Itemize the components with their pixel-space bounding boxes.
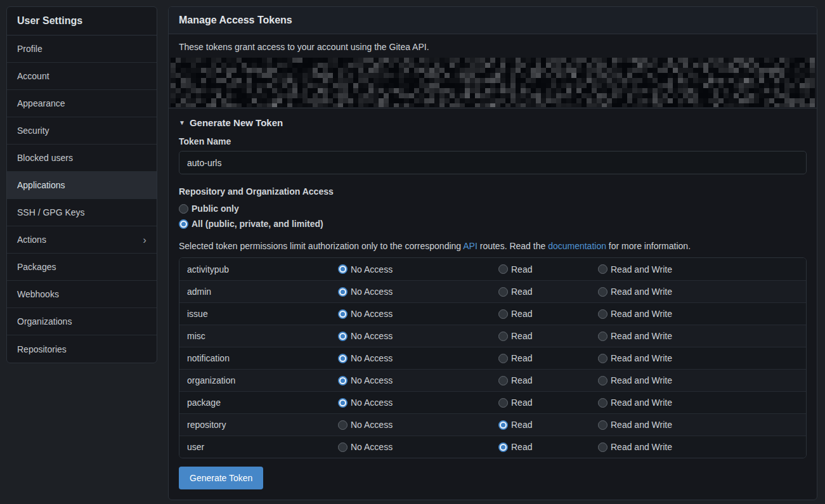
perm-activitypub-read-and-write-label: Read and Write bbox=[611, 264, 672, 275]
radio-checked-icon[interactable] bbox=[338, 398, 348, 408]
sidebar-item-packages[interactable]: Packages› bbox=[7, 254, 157, 281]
radio-checked-icon[interactable] bbox=[179, 219, 188, 229]
permission-scope-name: organization bbox=[179, 375, 338, 385]
perm-organization-read[interactable]: Read bbox=[498, 373, 532, 388]
radio-checked-icon[interactable] bbox=[338, 376, 348, 385]
radio-unchecked-icon[interactable] bbox=[179, 204, 188, 214]
perm-activitypub-no-access[interactable]: No Access bbox=[338, 262, 393, 277]
perm-issue-read-and-write[interactable]: Read and Write bbox=[598, 306, 672, 321]
perm-misc-no-access[interactable]: No Access bbox=[338, 328, 393, 344]
radio-unchecked-icon[interactable] bbox=[498, 309, 508, 319]
perm-admin-read-and-write[interactable]: Read and Write bbox=[598, 284, 672, 299]
perm-user-read-and-write[interactable]: Read and Write bbox=[598, 439, 672, 455]
perm-admin-read[interactable]: Read bbox=[498, 284, 532, 299]
generate-new-token-summary[interactable]: ▼ Generate New Token bbox=[179, 117, 283, 128]
radio-unchecked-icon[interactable] bbox=[498, 398, 508, 408]
permission-scope-name: package bbox=[179, 397, 338, 408]
radio-unchecked-icon[interactable] bbox=[598, 354, 607, 363]
sidebar-title: User Settings bbox=[7, 7, 157, 36]
radio-checked-icon[interactable] bbox=[338, 309, 348, 319]
radio-unchecked-icon[interactable] bbox=[598, 398, 607, 408]
perm-repository-read-and-write[interactable]: Read and Write bbox=[598, 417, 672, 432]
token-name-input[interactable] bbox=[179, 151, 807, 174]
perm-package-read-and-write[interactable]: Read and Write bbox=[598, 395, 672, 410]
perm-admin-no-access[interactable]: No Access bbox=[338, 284, 393, 299]
radio-checked-icon[interactable] bbox=[338, 264, 348, 274]
perm-activitypub-read[interactable]: Read bbox=[498, 262, 532, 277]
sidebar-item-security[interactable]: Security› bbox=[7, 117, 157, 145]
radio-unchecked-icon[interactable] bbox=[498, 376, 508, 385]
radio-unchecked-icon[interactable] bbox=[598, 264, 607, 274]
sidebar-item-appearance[interactable]: Appearance› bbox=[7, 90, 157, 117]
perm-notification-read-and-write[interactable]: Read and Write bbox=[598, 351, 672, 366]
perm-repository-no-access[interactable]: No Access bbox=[338, 417, 393, 432]
perm-organization-no-access[interactable]: No Access bbox=[338, 373, 393, 388]
perm-organization-read-and-write[interactable]: Read and Write bbox=[598, 373, 672, 388]
redaction-pixelation bbox=[171, 58, 815, 107]
api-link[interactable]: API bbox=[463, 241, 477, 251]
perm-activitypub-no-access-label: No Access bbox=[351, 264, 393, 275]
generate-token-button[interactable]: Generate Token bbox=[179, 467, 263, 489]
perm-notification-read[interactable]: Read bbox=[498, 351, 532, 366]
permission-row-issue: issueNo AccessReadRead and Write bbox=[179, 302, 806, 325]
perm-repository-read-and-write-label: Read and Write bbox=[611, 420, 672, 430]
perm-activitypub-read-and-write[interactable]: Read and Write bbox=[598, 262, 672, 277]
radio-unchecked-icon[interactable] bbox=[498, 354, 508, 363]
permissions-note: Selected token permissions limit authori… bbox=[179, 241, 807, 251]
note-text: for more information. bbox=[606, 241, 691, 251]
radio-checked-icon[interactable] bbox=[498, 443, 508, 452]
sidebar-item-label: Blocked users bbox=[17, 153, 73, 163]
documentation-link[interactable]: documentation bbox=[548, 241, 606, 251]
perm-package-no-access[interactable]: No Access bbox=[338, 395, 393, 410]
perm-notification-no-access[interactable]: No Access bbox=[338, 351, 393, 366]
sidebar-item-webhooks[interactable]: Webhooks› bbox=[7, 281, 157, 308]
sidebar-item-ssh-gpg-keys[interactable]: SSH / GPG Keys› bbox=[7, 199, 157, 226]
note-text: routes. Read the bbox=[477, 241, 548, 251]
perm-package-no-access-label: No Access bbox=[351, 397, 393, 408]
radio-unchecked-icon[interactable] bbox=[498, 264, 508, 274]
panel-title: Manage Access Tokens bbox=[169, 7, 817, 34]
radio-unchecked-icon[interactable] bbox=[598, 420, 607, 430]
radio-unchecked-icon[interactable] bbox=[598, 376, 607, 385]
scope-option-public-only[interactable]: Public only bbox=[179, 201, 239, 216]
permission-scope-name: admin bbox=[179, 287, 338, 297]
perm-admin-no-access-label: No Access bbox=[351, 287, 393, 297]
sidebar-item-repositories[interactable]: Repositories› bbox=[7, 335, 157, 363]
radio-unchecked-icon[interactable] bbox=[498, 287, 508, 297]
sidebar-item-account[interactable]: Account› bbox=[7, 63, 157, 90]
perm-repository-read[interactable]: Read bbox=[498, 417, 532, 432]
perm-misc-read[interactable]: Read bbox=[498, 328, 532, 344]
scope-option-all-public-private-and-limited[interactable]: All (public, private, and limited) bbox=[179, 216, 323, 231]
radio-dot bbox=[341, 356, 345, 361]
generate-new-token-title: Generate New Token bbox=[190, 117, 283, 128]
radio-unchecked-icon[interactable] bbox=[338, 420, 348, 430]
sidebar-item-applications[interactable]: Applications› bbox=[7, 172, 157, 199]
perm-issue-read[interactable]: Read bbox=[498, 306, 532, 321]
radio-checked-icon[interactable] bbox=[338, 354, 348, 363]
sidebar-item-organizations[interactable]: Organizations› bbox=[7, 308, 157, 335]
perm-issue-no-access-label: No Access bbox=[351, 309, 393, 319]
radio-unchecked-icon[interactable] bbox=[598, 287, 607, 297]
scope-access-label: Repository and Organization Access bbox=[179, 186, 807, 197]
radio-unchecked-icon[interactable] bbox=[498, 332, 508, 341]
radio-unchecked-icon[interactable] bbox=[598, 332, 607, 341]
sidebar-item-actions[interactable]: Actions› bbox=[7, 226, 157, 254]
perm-misc-no-access-label: No Access bbox=[351, 331, 393, 341]
perm-organization-read-and-write-label: Read and Write bbox=[611, 375, 672, 385]
perm-issue-no-access[interactable]: No Access bbox=[338, 306, 393, 321]
perm-user-read[interactable]: Read bbox=[498, 439, 532, 455]
radio-checked-icon[interactable] bbox=[498, 420, 508, 430]
radio-unchecked-icon[interactable] bbox=[598, 309, 607, 319]
perm-package-read[interactable]: Read bbox=[498, 395, 532, 410]
perm-user-read-label: Read bbox=[511, 442, 532, 452]
sidebar-item-label: Appearance bbox=[17, 98, 65, 108]
radio-unchecked-icon[interactable] bbox=[338, 443, 348, 452]
sidebar-item-blocked-users[interactable]: Blocked users› bbox=[7, 145, 157, 172]
radio-checked-icon[interactable] bbox=[338, 287, 348, 297]
perm-user-no-access[interactable]: No Access bbox=[338, 439, 393, 455]
radio-unchecked-icon[interactable] bbox=[598, 443, 607, 452]
perm-package-read-label: Read bbox=[511, 397, 532, 408]
radio-checked-icon[interactable] bbox=[338, 332, 348, 341]
sidebar-item-profile[interactable]: Profile› bbox=[7, 36, 157, 63]
perm-misc-read-and-write[interactable]: Read and Write bbox=[598, 328, 672, 344]
